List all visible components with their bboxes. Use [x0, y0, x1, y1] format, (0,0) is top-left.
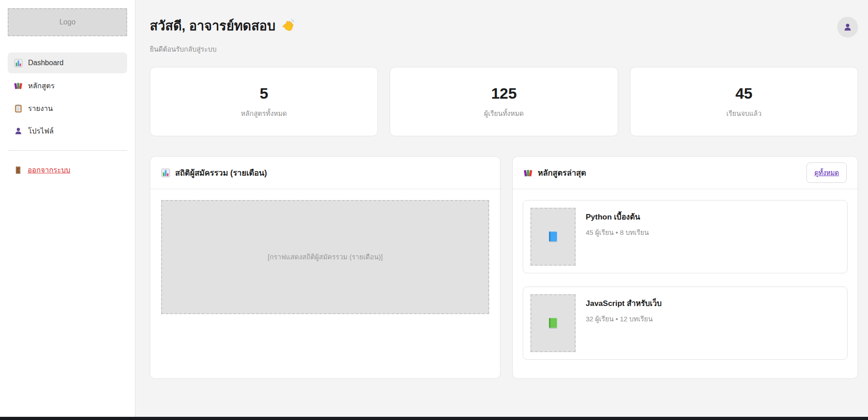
- latest-courses-panel: หลักสูตรล่าสุด ดูทั้งหมด: [512, 156, 858, 379]
- panel-header: สถิติผู้สมัครรวม (รายเดือน): [150, 157, 500, 189]
- stat-card-total-courses: 5 หลักสูตรทั้งหมด: [150, 67, 378, 136]
- sidebar: Logo Dashboard หลักสูตร: [0, 0, 135, 420]
- chart-placeholder: [กราฟแสดงสถิติผู้สมัครรวม (รายเดือน)]: [161, 200, 489, 314]
- course-info: Python เบื้องต้น 45 ผู้เรียน • 8 บทเรียน: [586, 208, 649, 266]
- bottom-edge-bar: [0, 417, 868, 420]
- page-header: สวัสดี, อาจารย์ทดสอบ: [150, 15, 858, 55]
- stat-label: หลักสูตรทั้งหมด: [241, 108, 287, 119]
- main-content: สวัสดี, อาจารย์ทดสอบ: [136, 0, 868, 420]
- sidebar-nav: Dashboard หลักสูตร: [8, 52, 127, 141]
- sidebar-item-label: หลักสูตร: [28, 80, 55, 91]
- stat-card-completed: 45 เรียนจบแล้ว: [630, 67, 858, 136]
- avatar[interactable]: [837, 17, 858, 38]
- course-thumbnail: [530, 294, 576, 352]
- course-thumbnail: [530, 208, 576, 266]
- sidebar-item-reports[interactable]: รายงาน: [8, 98, 127, 119]
- chart-placeholder-text: [กราฟแสดงสถิติผู้สมัครรวม (รายเดือน)]: [267, 252, 382, 262]
- clipboard-icon: [14, 104, 23, 113]
- stat-label: เรียนจบแล้ว: [726, 108, 762, 119]
- enrollment-stats-panel: สถิติผู้สมัครรวม (รายเดือน) [กราฟแสดงสถิ…: [150, 156, 501, 379]
- books-icon: [14, 81, 23, 90]
- person-icon: [843, 23, 852, 32]
- page-title: สวัสดี, อาจารย์ทดสอบ: [150, 15, 295, 36]
- panels-row: สถิติผู้สมัครรวม (รายเดือน) [กราฟแสดงสถิ…: [150, 156, 858, 379]
- panel-title: สถิติผู้สมัครรวม (รายเดือน): [175, 167, 489, 179]
- course-title: JavaScript สำหรับเว็บ: [586, 297, 662, 309]
- greeting-text: สวัสดี, อาจารย์ทดสอบ: [150, 15, 276, 36]
- page-subtitle: ยินดีต้อนรับกลับสู่ระบบ: [150, 44, 295, 55]
- greeting-block: สวัสดี, อาจารย์ทดสอบ: [150, 15, 295, 55]
- stat-value: 125: [491, 85, 517, 102]
- sidebar-item-profile[interactable]: โปรไฟล์: [8, 120, 127, 141]
- panel-header: หลักสูตรล่าสุด ดูทั้งหมด: [513, 157, 858, 189]
- course-title: Python เบื้องต้น: [586, 210, 649, 223]
- sidebar-item-label: โปรไฟล์: [28, 125, 54, 137]
- stat-value: 5: [260, 85, 268, 102]
- panel-title: หลักสูตรล่าสุด: [538, 167, 801, 179]
- sidebar-item-label: Dashboard: [28, 59, 63, 67]
- course-meta: 32 ผู้เรียน • 12 บทเรียน: [586, 314, 662, 325]
- door-icon: [14, 166, 22, 174]
- books-icon: [524, 168, 533, 177]
- sidebar-divider: [8, 150, 127, 151]
- sidebar-item-dashboard[interactable]: Dashboard: [8, 52, 127, 73]
- course-item-python[interactable]: Python เบื้องต้น 45 ผู้เรียน • 8 บทเรียน: [523, 200, 848, 273]
- stat-value: 45: [735, 85, 753, 102]
- course-meta: 45 ผู้เรียน • 8 บทเรียน: [586, 227, 649, 238]
- view-all-button[interactable]: ดูทั้งหมด: [806, 162, 847, 183]
- sidebar-item-courses[interactable]: หลักสูตร: [8, 75, 127, 96]
- stats-row: 5 หลักสูตรทั้งหมด 125 ผู้เรียนทั้งหมด 45…: [150, 67, 858, 136]
- blue-book-icon: [546, 230, 560, 243]
- logo-label: Logo: [59, 18, 76, 26]
- sidebar-item-label: รายงาน: [28, 103, 53, 114]
- course-item-javascript[interactable]: JavaScript สำหรับเว็บ 32 ผู้เรียน • 12 บ…: [523, 286, 848, 360]
- bar-chart-icon: [14, 59, 23, 67]
- waving-hand-icon: [281, 19, 295, 33]
- green-book-icon: [546, 316, 560, 330]
- course-info: JavaScript สำหรับเว็บ 32 ผู้เรียน • 12 บ…: [586, 294, 662, 352]
- logo-placeholder: Logo: [8, 8, 127, 36]
- stat-card-total-learners: 125 ผู้เรียนทั้งหมด: [390, 67, 618, 136]
- logout-link[interactable]: ออกจากระบบ: [8, 164, 127, 176]
- logout-label: ออกจากระบบ: [28, 164, 70, 176]
- person-icon: [14, 127, 23, 135]
- course-list: Python เบื้องต้น 45 ผู้เรียน • 8 บทเรียน: [513, 189, 858, 371]
- stat-label: ผู้เรียนทั้งหมด: [484, 108, 524, 119]
- bar-chart-icon: [161, 168, 170, 177]
